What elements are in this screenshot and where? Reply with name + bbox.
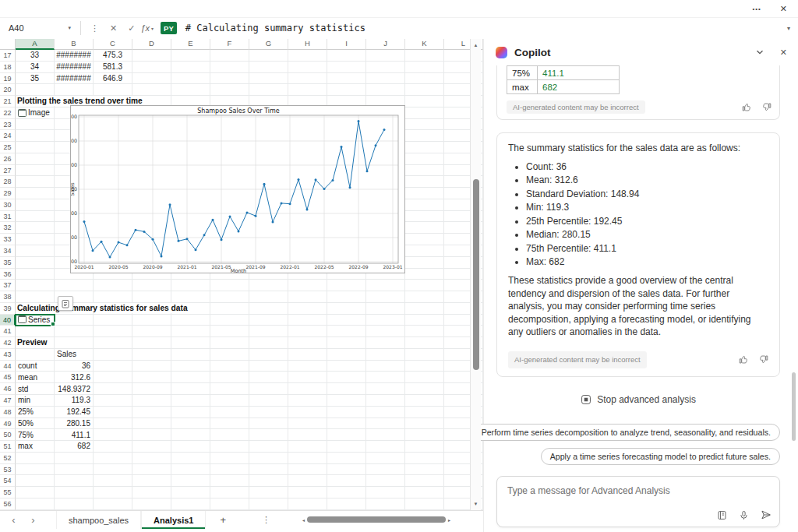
cell-G19[interactable]	[249, 73, 288, 85]
cell-D37[interactable]	[132, 280, 171, 291]
cell-G40[interactable]	[249, 315, 288, 326]
cell-G39[interactable]	[249, 303, 288, 315]
row-header-19[interactable]: 19	[0, 73, 16, 85]
cell-G17[interactable]	[249, 50, 288, 62]
cell-B56[interactable]	[55, 499, 94, 510]
cell-H20[interactable]	[288, 84, 327, 96]
cell-K35[interactable]	[405, 257, 444, 269]
cell-I52[interactable]	[327, 453, 366, 464]
cell-A28[interactable]	[16, 176, 55, 188]
cell-H45[interactable]	[288, 372, 327, 383]
send-icon[interactable]	[761, 509, 772, 520]
cell-A44[interactable]: count	[16, 361, 55, 372]
cell-B18[interactable]: ########	[55, 62, 94, 73]
microphone-icon[interactable]	[739, 510, 749, 520]
cell-A18[interactable]: 34	[16, 62, 55, 73]
cell-J44[interactable]	[366, 361, 405, 372]
embedded-chart-image[interactable]: 1002003004005006007002020-012020-052020-…	[70, 105, 405, 273]
cell-I39[interactable]	[327, 303, 366, 315]
cell-D20[interactable]	[132, 84, 171, 96]
cell-F18[interactable]	[210, 62, 249, 73]
cell-J42[interactable]	[366, 337, 405, 349]
row-header-28[interactable]: 28	[0, 176, 16, 188]
row-header-42[interactable]: 42	[0, 337, 16, 349]
cell-K45[interactable]	[405, 372, 444, 383]
cell-A21[interactable]: Plotting the sales trend over time	[16, 96, 55, 107]
cell-F38[interactable]	[210, 291, 249, 303]
row-header-54[interactable]: 54	[0, 475, 16, 487]
cell-A24[interactable]	[16, 130, 55, 142]
cell-H48[interactable]	[288, 407, 327, 418]
cell-B20[interactable]	[55, 84, 94, 96]
cell-K50[interactable]	[405, 429, 444, 441]
cell-H51[interactable]	[288, 441, 327, 453]
thumbs-up-icon[interactable]	[742, 102, 752, 112]
cell-K51[interactable]	[405, 441, 444, 453]
row-header-50[interactable]: 50	[0, 429, 16, 441]
cell-F45[interactable]	[210, 372, 249, 383]
cell-C45[interactable]	[94, 372, 132, 383]
cell-G48[interactable]	[249, 407, 288, 418]
cell-F48[interactable]	[210, 407, 249, 418]
cell-G49[interactable]	[249, 418, 288, 430]
cell-F53[interactable]	[210, 464, 249, 476]
cell-J49[interactable]	[366, 418, 405, 430]
copilot-scrollbar[interactable]	[792, 70, 796, 527]
cell-E53[interactable]	[171, 464, 210, 476]
cell-F47[interactable]	[210, 395, 249, 407]
cell-A20[interactable]	[16, 84, 55, 96]
cell-C54[interactable]	[94, 475, 132, 487]
column-header-H[interactable]: H	[288, 39, 327, 50]
cell-A47[interactable]: min	[16, 395, 55, 407]
formula-input[interactable]: # Calculating summary statistics	[185, 23, 365, 33]
cell-H41[interactable]	[288, 326, 327, 337]
cell-F39[interactable]	[210, 303, 249, 315]
row-header-39[interactable]: 39	[0, 303, 16, 315]
copilot-collapse-button[interactable]	[755, 48, 764, 57]
thumbs-down-icon[interactable]	[758, 354, 768, 365]
cell-I54[interactable]	[327, 475, 366, 487]
cell-H43[interactable]	[288, 349, 327, 361]
cell-I46[interactable]	[327, 383, 366, 395]
cell-E49[interactable]	[171, 418, 210, 430]
cell-J37[interactable]	[366, 280, 405, 291]
column-header-J[interactable]: J	[366, 39, 405, 50]
cell-I49[interactable]	[327, 418, 366, 430]
row-header-17[interactable]: 17	[0, 50, 16, 62]
cell-J53[interactable]	[366, 464, 405, 476]
cell-K56[interactable]	[405, 499, 444, 510]
cell-C48[interactable]	[94, 407, 132, 418]
row-header-37[interactable]: 37	[0, 280, 16, 291]
cell-K52[interactable]	[405, 453, 444, 464]
column-header-K[interactable]: K	[405, 39, 444, 50]
cell-K30[interactable]	[405, 199, 444, 211]
cell-K19[interactable]	[405, 73, 444, 85]
column-header-C[interactable]: C	[94, 39, 132, 50]
horizontal-scrollbar[interactable]: ◂ ▸	[302, 516, 477, 523]
cell-H54[interactable]	[288, 475, 327, 487]
cell-A32[interactable]	[16, 222, 55, 234]
cell-E55[interactable]	[171, 487, 210, 499]
cell-K26[interactable]	[405, 153, 444, 165]
cell-B55[interactable]	[55, 487, 94, 499]
cell-A38[interactable]	[16, 291, 55, 303]
cell-G41[interactable]	[249, 326, 288, 337]
cell-H17[interactable]	[288, 50, 327, 62]
cell-F40[interactable]	[210, 315, 249, 326]
cell-I48[interactable]	[327, 407, 366, 418]
cell-J47[interactable]	[366, 395, 405, 407]
cell-K41[interactable]	[405, 326, 444, 337]
cell-K27[interactable]	[405, 165, 444, 177]
cell-E20[interactable]	[171, 84, 210, 96]
cell-A19[interactable]: 35	[16, 73, 55, 85]
insert-data-button[interactable]	[58, 296, 73, 311]
cell-C41[interactable]	[94, 326, 132, 337]
cell-I53[interactable]	[327, 464, 366, 476]
cell-F51[interactable]	[210, 441, 249, 453]
cell-A49[interactable]: 50%	[16, 418, 55, 430]
cell-A35[interactable]	[16, 257, 55, 269]
cell-H40[interactable]	[288, 315, 327, 326]
column-header-F[interactable]: F	[210, 39, 249, 50]
cell-K37[interactable]	[405, 280, 444, 291]
cell-G47[interactable]	[249, 395, 288, 407]
